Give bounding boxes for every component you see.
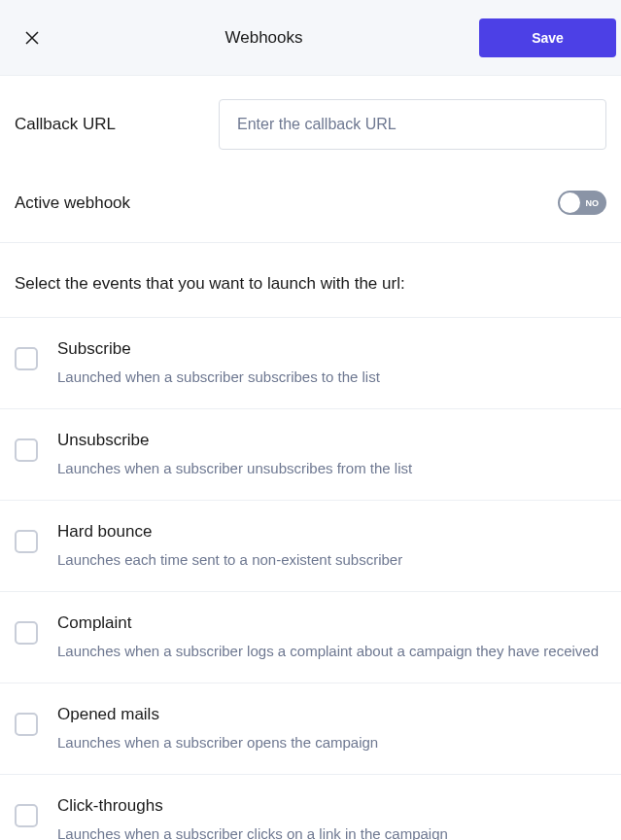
checkbox-subscribe[interactable] [15,347,38,370]
event-desc: Launched when a subscriber subscribes to… [57,367,606,387]
event-list: Subscribe Launched when a subscriber sub… [0,317,621,840]
event-title: Unsubscribe [57,431,606,450]
checkbox-hard-bounce[interactable] [15,530,38,553]
callback-url-label: Callback URL [15,115,219,134]
event-hard-bounce: Hard bounce Launches each time sent to a… [0,501,621,592]
event-subscribe: Subscribe Launched when a subscriber sub… [0,318,621,409]
event-content: Opened mails Launches when a subscriber … [57,705,606,752]
event-content: Unsubscribe Launches when a subscriber u… [57,431,606,478]
active-webhook-label: Active webhook [15,193,219,213]
event-opened-mails: Opened mails Launches when a subscriber … [0,683,621,775]
checkbox-complaint[interactable] [15,621,38,645]
active-webhook-toggle[interactable]: NO [558,191,606,215]
callback-url-input[interactable] [219,99,606,150]
event-complaint: Complaint Launches when a subscriber log… [0,592,621,683]
event-title: Click-throughs [57,796,606,816]
callback-url-row: Callback URL [0,76,621,173]
event-unsubscribe: Unsubscribe Launches when a subscriber u… [0,409,621,501]
event-title: Complaint [57,613,606,633]
close-icon [23,29,41,47]
checkbox-click-throughs[interactable] [15,804,38,827]
save-button[interactable]: Save [479,18,616,57]
event-title: Opened mails [57,705,606,724]
event-desc: Launches when a subscriber unsubscribes … [57,458,606,478]
event-title: Hard bounce [57,522,606,542]
header: Webhooks Save [0,0,621,76]
event-desc: Launches each time sent to a non-existen… [57,549,606,570]
event-desc: Launches when a subscriber clicks on a l… [57,823,606,840]
events-section-label: Select the events that you want to launc… [0,243,621,317]
page-title: Webhooks [224,28,302,48]
checkbox-opened-mails[interactable] [15,713,38,736]
event-content: Click-throughs Launches when a subscribe… [57,796,606,840]
event-content: Hard bounce Launches each time sent to a… [57,522,606,570]
close-button[interactable] [16,21,49,54]
event-click-throughs: Click-throughs Launches when a subscribe… [0,775,621,840]
event-content: Complaint Launches when a subscriber log… [57,613,606,661]
event-content: Subscribe Launched when a subscriber sub… [57,339,606,387]
event-desc: Launches when a subscriber opens the cam… [57,732,606,752]
toggle-state: NO [586,198,600,208]
toggle-knob [560,192,580,213]
event-desc: Launches when a subscriber logs a compla… [57,641,606,661]
event-title: Subscribe [57,339,606,359]
active-webhook-row: Active webhook NO [0,173,621,243]
checkbox-unsubscribe[interactable] [15,438,38,462]
